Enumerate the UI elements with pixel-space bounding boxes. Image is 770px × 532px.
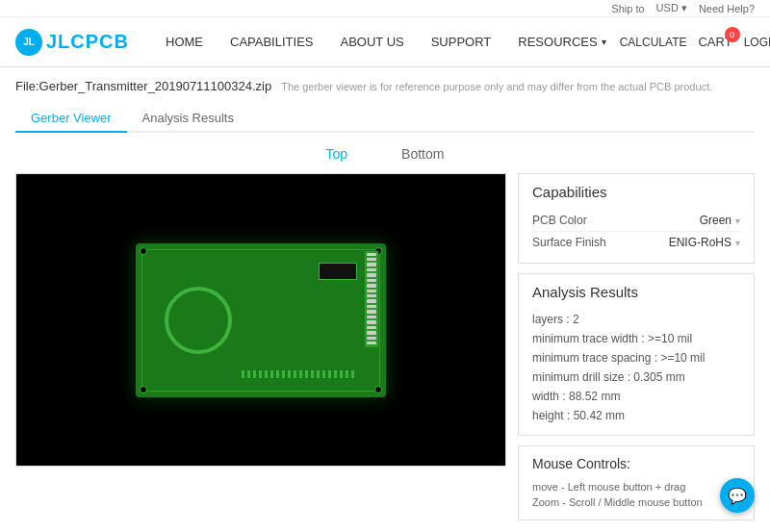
pcb-circle xyxy=(165,287,232,354)
need-help-link[interactable]: Need Help? xyxy=(699,3,755,14)
capabilities-title: Capabilities xyxy=(532,184,740,200)
pcb-pin xyxy=(367,284,376,287)
pcb-color-dropdown-icon: ▾ xyxy=(735,215,740,226)
analysis-item-5: height : 50.42 mm xyxy=(532,406,740,425)
mouse-controls-section: Mouse Controls: move - Left mouse button… xyxy=(518,445,755,520)
pcb-chip xyxy=(319,263,357,280)
tab-analysis-results[interactable]: Analysis Results xyxy=(127,105,249,133)
primary-tabs: Gerber Viewer Analysis Results xyxy=(15,105,755,133)
file-info: File:Gerber_Transmitter_20190711100324.z… xyxy=(15,79,755,93)
file-notice: The gerber viewer is for reference purpo… xyxy=(281,81,712,92)
analysis-item-4: width : 88.52 mm xyxy=(532,387,740,406)
nav-about-us[interactable]: ABOUT US xyxy=(326,17,417,67)
nav-home[interactable]: HOME xyxy=(152,17,217,67)
pcb-color-value[interactable]: Green ▾ xyxy=(700,214,740,227)
surface-finish-label: Surface Finish xyxy=(532,236,606,249)
surface-finish-row: Surface Finish ENIG-RoHS ▾ xyxy=(532,232,740,253)
capabilities-section: Capabilities PCB Color Green ▾ Surface F… xyxy=(518,173,755,264)
cart-badge: 0 xyxy=(725,27,740,42)
login-button[interactable]: LOGIN xyxy=(744,36,770,49)
pcb-pin xyxy=(367,253,376,256)
secondary-tabs: Top Bottom xyxy=(15,142,755,165)
nav-links: HOME CAPABILITIES ABOUT US SUPPORT RESOU… xyxy=(152,17,620,67)
content-area: Capabilities PCB Color Green ▾ Surface F… xyxy=(15,173,755,520)
mouse-controls-title: Mouse Controls: xyxy=(532,456,740,471)
login-register-area: LOGIN | REGISTER xyxy=(744,36,770,49)
mounting-hole-br xyxy=(374,386,382,393)
pcb-color-row: PCB Color Green ▾ xyxy=(532,210,740,232)
float-chat-button[interactable]: 💬 xyxy=(720,478,755,513)
pcb-connector xyxy=(365,251,378,347)
pcb-pin xyxy=(367,263,376,266)
analysis-item-2: minimum trace spacing : >=10 mil xyxy=(532,348,740,367)
pcb-pin xyxy=(367,331,376,334)
cart-button[interactable]: CART 0 xyxy=(698,35,732,49)
logo[interactable]: JL JLCPCB xyxy=(15,29,129,56)
pcb-pin xyxy=(367,326,376,329)
pcb-viewer[interactable] xyxy=(15,173,506,467)
mouse-zoom-item: Zoom - Scroll / Middle mouse button xyxy=(532,494,740,510)
pcb-pin xyxy=(367,342,376,344)
pcb-pin xyxy=(367,320,376,323)
analysis-item-3: minimum drill size : 0.305 mm xyxy=(532,367,740,387)
pcb-pin xyxy=(367,268,376,271)
mounting-hole-bl xyxy=(140,386,147,393)
pcb-pin xyxy=(367,273,376,276)
mounting-hole-tl xyxy=(140,247,147,255)
analysis-item-1: minimum trace width : >=10 mil xyxy=(532,329,740,348)
logo-text: JLCPCB xyxy=(46,31,129,53)
resources-arrow-icon: ▾ xyxy=(602,37,606,47)
logo-icon: JL xyxy=(15,29,42,56)
nav-right: CALCULATE CART 0 LOGIN | REGISTER xyxy=(620,35,770,49)
tab-bottom[interactable]: Bottom xyxy=(394,142,451,165)
pcb-pin xyxy=(367,310,376,313)
file-name: File:Gerber_Transmitter_20190711100324.z… xyxy=(15,79,271,93)
analysis-item-0: layers : 2 xyxy=(532,310,740,329)
currency-selector[interactable]: USD ▾ xyxy=(656,2,687,14)
navbar: JL JLCPCB HOME CAPABILITIES ABOUT US SUP… xyxy=(0,17,770,67)
ship-to-label: Ship to xyxy=(611,3,644,14)
pcb-board xyxy=(136,243,386,397)
nav-capabilities[interactable]: CAPABILITIES xyxy=(217,17,326,67)
pcb-pin xyxy=(367,305,376,308)
tab-gerber-viewer[interactable]: Gerber Viewer xyxy=(15,105,127,133)
right-panel: Capabilities PCB Color Green ▾ Surface F… xyxy=(518,173,755,520)
surface-finish-value[interactable]: ENIG-RoHS ▾ xyxy=(669,236,740,249)
analysis-section: Analysis Results layers : 2 minimum trac… xyxy=(518,273,755,436)
utility-bar: Ship to USD ▾ Need Help? xyxy=(0,0,770,17)
surface-finish-dropdown-icon: ▾ xyxy=(735,238,740,248)
calculate-button[interactable]: CALCULATE xyxy=(620,36,687,49)
analysis-title: Analysis Results xyxy=(532,284,740,300)
pcb-traces xyxy=(242,370,357,378)
pcb-pin xyxy=(367,299,376,302)
pcb-pin xyxy=(367,337,376,340)
tab-top[interactable]: Top xyxy=(319,142,356,165)
nav-resources[interactable]: RESOURCES ▾ xyxy=(504,17,619,67)
pcb-pin xyxy=(367,316,376,318)
chat-icon: 💬 xyxy=(728,487,747,505)
pcb-pin xyxy=(367,294,376,297)
nav-support[interactable]: SUPPORT xyxy=(418,17,505,67)
pcb-pin xyxy=(367,258,376,261)
pcb-color-label: PCB Color xyxy=(532,214,587,227)
pcb-pin xyxy=(367,279,376,282)
main-content: File:Gerber_Transmitter_20190711100324.z… xyxy=(0,67,770,532)
pcb-pin xyxy=(367,290,376,292)
mouse-move-item: move - Left mouse button + drag xyxy=(532,479,740,494)
